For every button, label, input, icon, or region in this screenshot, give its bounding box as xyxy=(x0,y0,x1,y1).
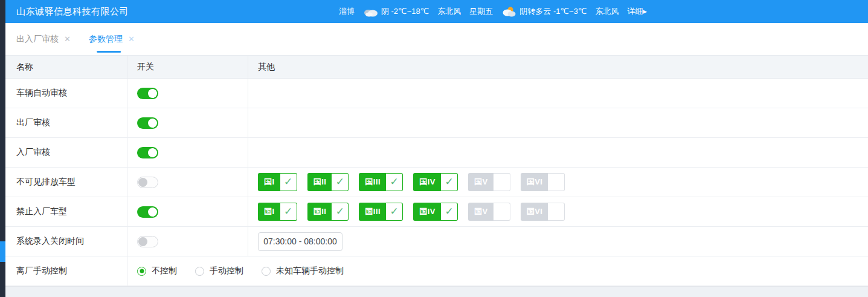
column-header-switch: 开关 xyxy=(127,56,248,78)
check-icon: ✓ xyxy=(390,177,399,187)
weather-bar: 淄博 阴 -2℃~18℃ 东北风 星期五 xyxy=(339,6,647,17)
tab-bar: 出入厂审核 ✕ 参数管理 ✕ xyxy=(5,23,868,55)
checkbox-guo3[interactable]: 国III✓ xyxy=(359,203,403,221)
table-row-system-entry-close-time: 系统录入关闭时间 07:30:00 - 08:00:00 xyxy=(5,227,868,256)
weather-condition-1: 阴 -2℃~18℃ xyxy=(381,6,429,17)
row-label: 车辆自动审核 xyxy=(5,79,127,108)
tab-parameter-management[interactable]: 参数管理 ✕ xyxy=(89,23,135,55)
tab-entry-exit-audit[interactable]: 出入厂审核 ✕ xyxy=(16,23,71,55)
row-label: 系统录入关闭时间 xyxy=(5,227,127,256)
toggle-exit-audit[interactable] xyxy=(137,117,158,129)
cloudy-icon xyxy=(363,6,379,17)
weather-wind-2: 东北风 xyxy=(596,6,619,17)
table-row-vehicle-auto-audit: 车辆自动审核 xyxy=(5,79,868,108)
partly-cloudy-icon xyxy=(501,6,517,17)
row-label: 入厂审核 xyxy=(5,138,127,167)
company-title: 山东诚驿信息科技有限公司 xyxy=(16,6,129,18)
row-label: 不可见排放车型 xyxy=(5,168,127,197)
radio-no-control[interactable]: 不控制 xyxy=(137,266,177,276)
checkbox-guo4[interactable]: 国IV✓ xyxy=(413,173,458,191)
table-row-invisible-emission-types: 不可见排放车型 国I✓ 国II✓ 国III✓ 国IV✓ 国V✓ 国VI✓ xyxy=(5,168,868,197)
top-header: 山东诚驿信息科技有限公司 淄博 阴 -2℃~18℃ 东北风 星期五 xyxy=(5,0,868,23)
toggle-knob xyxy=(138,237,147,246)
column-header-name: 名称 xyxy=(5,56,127,78)
table-row-exit-manual-control: 离厂手动控制 不控制 手动控制 未知车辆手动控制 xyxy=(5,256,868,286)
weather-wind-1: 东北风 xyxy=(437,6,461,17)
tab-label: 参数管理 xyxy=(89,34,123,45)
collapsed-sidebar[interactable] xyxy=(0,0,5,297)
radio-dot xyxy=(137,267,146,276)
toggle-entry-audit[interactable] xyxy=(137,147,158,158)
toggle-vehicle-auto-audit[interactable] xyxy=(137,88,158,99)
checkbox-guo6[interactable]: 国VI✓ xyxy=(521,203,565,221)
weather-city: 淄博 xyxy=(339,6,355,17)
weather-condition-2: 阴转多云 -1℃~3℃ xyxy=(519,6,587,17)
radio-unknown-vehicle-manual-control[interactable]: 未知车辆手动控制 xyxy=(262,266,344,276)
checkbox-guo5[interactable]: 国V✓ xyxy=(468,203,510,221)
parameters-table: 名称 开关 其他 车辆自动审核 出厂审核 入厂审核 不可见排放车型 xyxy=(5,55,868,286)
app-window: 山东诚驿信息科技有限公司 淄博 阴 -2℃~18℃ 东北风 星期五 xyxy=(0,0,868,297)
toggle-invisible-emission[interactable] xyxy=(137,177,158,188)
row-label: 禁止入厂车型 xyxy=(5,197,127,226)
close-icon[interactable]: ✕ xyxy=(64,35,71,43)
checkbox-guo2[interactable]: 国II✓ xyxy=(307,173,349,191)
weather-weekday: 星期五 xyxy=(469,6,493,17)
table-header: 名称 开关 其他 xyxy=(5,56,868,79)
weather-detail-link[interactable]: 详细▸ xyxy=(628,6,648,17)
checkbox-guo1[interactable]: 国I✓ xyxy=(258,203,297,221)
checkbox-guo2[interactable]: 国II✓ xyxy=(307,203,349,221)
row-label: 出厂审核 xyxy=(5,108,127,137)
table-row-entry-audit: 入厂审核 xyxy=(5,138,868,168)
check-icon: ✓ xyxy=(336,177,344,187)
column-header-other: 其他 xyxy=(248,56,868,78)
toggle-knob xyxy=(148,207,157,217)
radio-dot xyxy=(262,267,271,276)
toggle-knob xyxy=(138,178,147,187)
background-area xyxy=(5,286,868,297)
check-icon: ✓ xyxy=(284,177,292,187)
manual-control-radio-group: 不控制 手动控制 未知车辆手动控制 xyxy=(127,256,868,286)
close-icon[interactable]: ✕ xyxy=(128,35,135,43)
sidebar-scroll-thumb[interactable] xyxy=(0,241,5,262)
checkbox-guo3[interactable]: 国III✓ xyxy=(359,173,403,191)
table-row-exit-audit: 出厂审核 xyxy=(5,108,868,138)
row-label: 离厂手动控制 xyxy=(5,256,127,286)
check-icon: ✓ xyxy=(336,206,344,217)
toggle-system-close-time[interactable] xyxy=(137,236,158,247)
checkbox-guo1[interactable]: 国I✓ xyxy=(258,173,297,191)
table-row-forbidden-entry-types: 禁止入厂车型 国I✓ 国II✓ 国III✓ 国IV✓ 国V✓ 国VI✓ xyxy=(5,197,868,227)
check-icon: ✓ xyxy=(445,206,453,217)
main-area: 山东诚驿信息科技有限公司 淄博 阴 -2℃~18℃ 东北风 星期五 xyxy=(5,0,868,297)
time-range-input[interactable]: 07:30:00 - 08:00:00 xyxy=(258,232,342,251)
forbidden-checkbox-group: 国I✓ 国II✓ 国III✓ 国IV✓ 国V✓ 国VI✓ xyxy=(248,197,868,226)
radio-dot xyxy=(195,267,204,276)
tab-label: 出入厂审核 xyxy=(16,34,59,45)
emission-checkbox-group: 国I✓ 国II✓ 国III✓ 国IV✓ 国V✓ 国VI✓ xyxy=(248,168,868,197)
toggle-knob xyxy=(148,119,157,128)
toggle-knob xyxy=(148,148,157,157)
radio-manual-control[interactable]: 手动控制 xyxy=(195,266,243,276)
toggle-forbidden-entry[interactable] xyxy=(137,206,158,218)
toggle-knob xyxy=(148,89,157,98)
check-icon: ✓ xyxy=(390,206,399,217)
checkbox-guo5[interactable]: 国V✓ xyxy=(468,173,510,191)
check-icon: ✓ xyxy=(445,177,453,187)
checkbox-guo4[interactable]: 国IV✓ xyxy=(413,203,458,221)
checkbox-guo6[interactable]: 国VI✓ xyxy=(521,173,565,191)
check-icon: ✓ xyxy=(284,206,292,217)
